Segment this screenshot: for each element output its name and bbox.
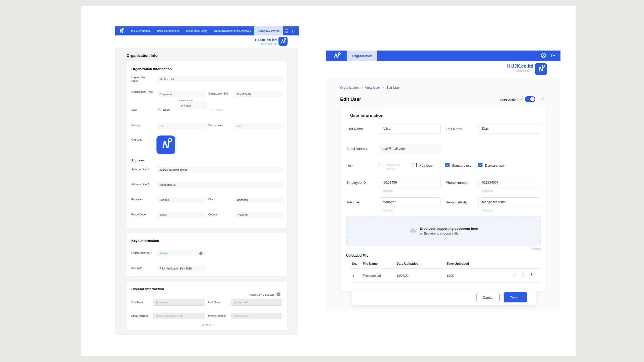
province-label: Province (131, 198, 142, 201)
last-name-input[interactable]: Dias (478, 124, 540, 134)
director-email-field[interactable]: 4modvissa@arv.co.th (153, 313, 205, 319)
dropzone-title: Drop your supporting document here (420, 227, 478, 231)
section-heading: Keys Information (131, 239, 159, 243)
org-type-field[interactable]: Corporate (157, 91, 206, 97)
corporate-admin-checkbox[interactable] (379, 163, 383, 167)
org-type-label: Organization Type (131, 90, 154, 94)
file-row-date: 12/02/21 (396, 274, 409, 278)
role-label: Role (346, 164, 353, 168)
org-did-field[interactable]: IBK123456 (234, 91, 282, 97)
document-dropzone[interactable]: Drop your supporting document here or Br… (346, 216, 541, 246)
standard-user-checkbox[interactable] (445, 163, 450, 167)
role-issuer-radio[interactable] (157, 108, 161, 111)
left-navbar: N Issue credential Bank Connections Cred… (115, 26, 299, 35)
province-field[interactable]: Bangkok (157, 197, 206, 203)
logout-icon[interactable] (292, 29, 296, 33)
file-row-no: 1 (352, 274, 354, 278)
director-information-card: Director Information Public Key Certific… (127, 282, 287, 330)
pencil-icon[interactable] (541, 97, 545, 102)
public-key-certificate-label: Public Key Certificate (225, 293, 274, 297)
sub-industry-field[interactable]: N/A (234, 123, 282, 129)
page-title: Edit User (340, 97, 361, 102)
breadcrumb-view-user[interactable]: View User (365, 86, 380, 89)
org-did-label: Organization DID (208, 92, 233, 96)
tab-bank-connections[interactable]: Bank Connections (154, 26, 183, 35)
standard-user-option: Standard user (452, 164, 473, 167)
app-logo: N (326, 51, 347, 61)
first-name-input[interactable]: Allison (379, 124, 441, 134)
show-more-link[interactable]: 3 more.... (127, 323, 287, 326)
cancel-button[interactable]: Cancel (476, 293, 500, 302)
optional-hint: Optional (482, 209, 493, 212)
key-user-checkbox[interactable] (413, 163, 417, 167)
organization-information-card: Organization Information Organization Na… (127, 61, 287, 228)
tab-credential-config[interactable]: Credential Config (183, 26, 211, 35)
column-file-name: File Name (363, 262, 378, 265)
breadcrumb-organization[interactable]: Organization (340, 86, 359, 89)
key-type-field[interactable]: RSA Verification Key 2018 (157, 265, 206, 272)
country-label: Country (208, 213, 218, 216)
tab-issue-credential[interactable]: Issue credential (128, 26, 154, 35)
user-circle-icon[interactable] (541, 53, 546, 59)
company-name: HIJJK.co.ltd (478, 64, 533, 69)
logo-dot (284, 38, 286, 40)
responsibility-input[interactable]: Mange the team (478, 197, 540, 207)
employee-id-label: Employee ID (346, 181, 366, 185)
logout-icon[interactable] (551, 53, 555, 59)
country-field[interactable]: Thailand (234, 212, 282, 218)
tab-onboard-authorized-signatory[interactable]: Onboard Authorized Signatory (211, 26, 254, 35)
eye-icon[interactable] (199, 251, 203, 257)
browse-link[interactable]: Browse (424, 232, 435, 235)
section-heading: Director Information (131, 287, 164, 291)
action-footer: Cancel Confirm (352, 289, 536, 305)
phone-number-input[interactable]: 021234567 (478, 178, 540, 187)
employee-id-input[interactable]: ID123456 (379, 178, 441, 187)
sub-industry-label: Sub Industry (208, 124, 223, 127)
city-field[interactable]: Bangkok (234, 197, 282, 203)
optional-hint: Optional (383, 189, 393, 192)
org-name-field[interactable]: FIJJK.co.ltd (157, 76, 282, 82)
dormant-user-checkbox[interactable] (478, 163, 482, 167)
industry-field[interactable]: N/A (157, 123, 206, 129)
organisation-did-status-field[interactable]: Added (157, 250, 206, 256)
group-name-field[interactable]: A-Value (179, 102, 207, 109)
key-user-option: Key User (419, 164, 433, 167)
director-phone-label: Phone Number (208, 314, 226, 318)
email-field[interactable]: mail@mail.com (379, 144, 441, 153)
user-circle-icon[interactable] (285, 29, 289, 33)
check-icon (446, 164, 449, 166)
company-name: HIJJK.co.ltd (236, 38, 277, 42)
confirm-button[interactable]: Confirm (504, 292, 527, 302)
postal-code-field[interactable]: 10110 (157, 212, 206, 218)
tab-organization[interactable]: Organization (347, 51, 377, 61)
organisation-did-label: Organisation DID (131, 251, 152, 255)
pencil-icon[interactable] (512, 273, 517, 278)
role-verifier-option: Verifier (215, 108, 224, 111)
download-icon[interactable] (529, 272, 534, 278)
director-first-name-field[interactable]: Posawew (153, 299, 205, 306)
section-heading: Organization Information (131, 67, 172, 71)
section-heading: User Information (350, 113, 383, 118)
optional-hint: Optional (482, 189, 493, 192)
user-activated-toggle[interactable] (525, 96, 535, 102)
trash-icon[interactable] (521, 273, 525, 278)
job-title-input[interactable]: Manager (379, 197, 441, 207)
x-circle-icon[interactable] (276, 292, 280, 296)
director-first-name-label: First Name (131, 301, 144, 304)
role-verifier-radio[interactable] (210, 108, 213, 111)
logo-dot (122, 28, 124, 30)
company-code: IBNK123456 (236, 42, 277, 45)
address1-label: Address Line 1 (131, 168, 149, 171)
right-navbar: N Organization (326, 51, 560, 61)
file-row-time: 12:00 (447, 274, 454, 278)
org-logo-image: N (156, 135, 175, 154)
director-phone-field[interactable]: 0893934855 (231, 313, 282, 319)
address2-label: Address Line 2 (131, 183, 149, 186)
job-title-label: Job Title (346, 200, 359, 204)
breadcrumb: Organization > View User > Edit User (340, 86, 400, 89)
address1-field[interactable]: 223/16 Tanawat Tower (157, 167, 282, 173)
tab-company-profile[interactable]: Compnay Profile (254, 26, 283, 35)
director-last-name-field[interactable]: Sookjurasik (231, 299, 282, 306)
address2-field[interactable]: Sukhumvit 22 (157, 182, 282, 188)
chevron-down-icon (199, 324, 202, 326)
